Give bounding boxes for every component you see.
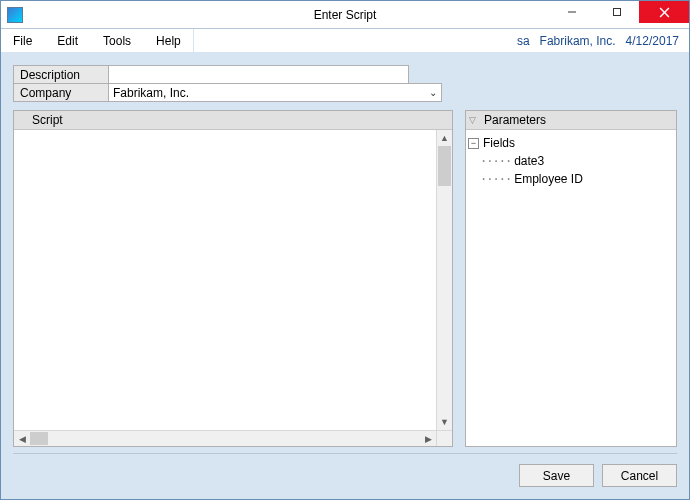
scroll-down-icon[interactable]: ▼ — [437, 414, 452, 430]
script-panel: Script ▲ ▼ ◀ ▶ — [13, 110, 453, 447]
description-label: Description — [13, 65, 109, 84]
company-row: Company Fabrikam, Inc. ⌄ — [13, 83, 677, 102]
menu-tools[interactable]: Tools — [91, 29, 144, 52]
tree-leaf-date3[interactable]: ····· date3 — [480, 152, 674, 170]
scroll-left-icon[interactable]: ◀ — [14, 431, 30, 446]
script-panel-header: Script — [14, 111, 452, 130]
status-user: sa — [517, 34, 530, 48]
menu-help[interactable]: Help — [144, 29, 194, 52]
menubar: File Edit Tools Help sa Fabrikam, Inc. 4… — [1, 29, 689, 53]
form-area: Description Company Fabrikam, Inc. ⌄ — [1, 53, 689, 110]
footer: Save Cancel — [1, 454, 689, 499]
script-textarea[interactable] — [14, 130, 436, 430]
tree-leaf-label: date3 — [514, 152, 544, 170]
system-buttons — [549, 1, 689, 28]
enter-script-window: Enter Script File Edit Tools Help sa Fab… — [0, 0, 690, 500]
close-button[interactable] — [639, 1, 689, 23]
parameters-panel-header: ▽ Parameters — [466, 111, 676, 130]
script-horizontal-scrollbar[interactable]: ◀ ▶ — [14, 430, 436, 446]
scroll-corner — [436, 430, 452, 446]
parameters-tree: − Fields ····· date3 ····· Employee ID — [466, 130, 676, 192]
maximize-icon — [612, 7, 622, 17]
status-date: 4/12/2017 — [626, 34, 679, 48]
company-select[interactable]: Fabrikam, Inc. ⌄ — [109, 83, 442, 102]
chevron-down-icon: ⌄ — [429, 87, 437, 98]
scroll-up-icon[interactable]: ▲ — [437, 130, 452, 146]
tree-children: ····· date3 ····· Employee ID — [480, 152, 674, 188]
scroll-right-icon[interactable]: ▶ — [420, 431, 436, 446]
status-area: sa Fabrikam, Inc. 4/12/2017 — [517, 29, 689, 52]
menu-edit[interactable]: Edit — [45, 29, 91, 52]
tree-collapse-icon[interactable]: − — [468, 138, 479, 149]
save-button[interactable]: Save — [519, 464, 594, 487]
close-icon — [659, 7, 670, 18]
description-row: Description — [13, 65, 677, 84]
tree-node-fields[interactable]: − Fields — [468, 134, 674, 152]
panels: Script ▲ ▼ ◀ ▶ ▽ Parameters — [1, 110, 689, 447]
script-panel-title: Script — [32, 113, 63, 127]
tree-leaf-label: Employee ID — [514, 170, 583, 188]
company-selected-value: Fabrikam, Inc. — [113, 86, 189, 100]
maximize-button[interactable] — [594, 1, 639, 23]
cancel-button[interactable]: Cancel — [602, 464, 677, 487]
parameters-panel-title: Parameters — [484, 113, 546, 127]
parameters-panel: ▽ Parameters − Fields ····· date3 ····· … — [465, 110, 677, 447]
tree-node-label: Fields — [483, 134, 515, 152]
tree-branch-icon: ····· — [480, 152, 511, 170]
tree-branch-icon: ····· — [480, 170, 511, 188]
script-vertical-scrollbar[interactable]: ▲ ▼ — [436, 130, 452, 430]
app-icon — [7, 7, 23, 23]
vscroll-thumb[interactable] — [438, 146, 451, 186]
menu-file[interactable]: File — [1, 29, 45, 52]
minimize-icon — [567, 7, 577, 17]
status-company: Fabrikam, Inc. — [540, 34, 616, 48]
description-input[interactable] — [109, 65, 409, 84]
hscroll-thumb[interactable] — [30, 432, 48, 445]
script-body: ▲ ▼ ◀ ▶ — [14, 130, 452, 446]
svg-rect-1 — [613, 9, 620, 16]
triangle-down-icon[interactable]: ▽ — [469, 115, 476, 125]
titlebar: Enter Script — [1, 1, 689, 29]
tree-leaf-employee-id[interactable]: ····· Employee ID — [480, 170, 674, 188]
minimize-button[interactable] — [549, 1, 594, 23]
company-label: Company — [13, 83, 109, 102]
